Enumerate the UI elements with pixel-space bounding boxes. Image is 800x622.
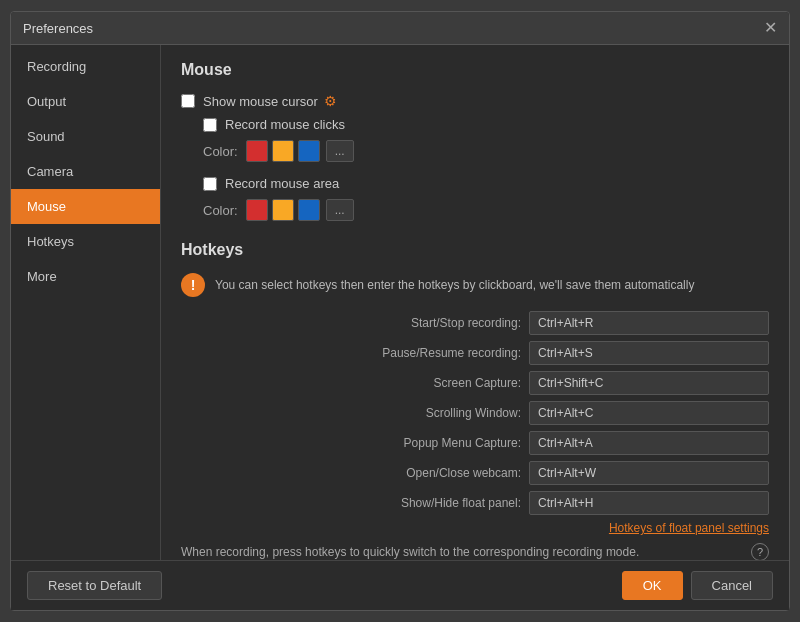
color-label-1: Color: [203, 144, 238, 159]
color-row-1: Color: ... [203, 140, 769, 162]
record-clicks-checkbox[interactable] [203, 118, 217, 132]
help-button[interactable]: ? [751, 543, 769, 560]
hotkey-row-4: Popup Menu Capture: [181, 431, 769, 455]
color-swatch-yellow-1[interactable] [272, 140, 294, 162]
record-clicks-label: Record mouse clicks [225, 117, 345, 132]
show-cursor-label: Show mouse cursor [203, 94, 318, 109]
record-area-row: Record mouse area [203, 176, 769, 191]
dialog-title: Preferences [23, 21, 93, 36]
ok-button[interactable]: OK [622, 571, 683, 600]
hotkey-label-2: Screen Capture: [361, 376, 521, 390]
hotkeys-section-title: Hotkeys [181, 241, 769, 259]
sidebar-item-sound[interactable]: Sound [11, 119, 160, 154]
hotkey-row-0: Start/Stop recording: [181, 311, 769, 335]
show-cursor-checkbox[interactable] [181, 94, 195, 108]
color-swatch-red-2[interactable] [246, 199, 268, 221]
preferences-dialog: Preferences ✕ Recording Output Sound Cam… [10, 11, 790, 611]
info-icon: ! [181, 273, 205, 297]
hotkey-label-5: Open/Close webcam: [361, 466, 521, 480]
reset-button[interactable]: Reset to Default [27, 571, 162, 600]
more-colors-button-1[interactable]: ... [326, 140, 354, 162]
hotkey-label-1: Pause/Resume recording: [361, 346, 521, 360]
cancel-button[interactable]: Cancel [691, 571, 773, 600]
hotkey-input-5[interactable] [529, 461, 769, 485]
color-swatch-yellow-2[interactable] [272, 199, 294, 221]
sidebar: Recording Output Sound Camera Mouse Hotk… [11, 45, 161, 560]
title-bar: Preferences ✕ [11, 12, 789, 45]
sidebar-item-camera[interactable]: Camera [11, 154, 160, 189]
info-banner: ! You can select hotkeys then enter the … [181, 273, 769, 297]
more-colors-button-2[interactable]: ... [326, 199, 354, 221]
record-area-label: Record mouse area [225, 176, 339, 191]
hotkey-input-4[interactable] [529, 431, 769, 455]
hotkey-input-3[interactable] [529, 401, 769, 425]
info-text: You can select hotkeys then enter the ho… [215, 278, 694, 292]
bottom-info: When recording, press hotkeys to quickly… [181, 543, 769, 560]
dialog-body: Recording Output Sound Camera Mouse Hotk… [11, 45, 789, 560]
sidebar-item-output[interactable]: Output [11, 84, 160, 119]
hotkey-label-0: Start/Stop recording: [361, 316, 521, 330]
record-clicks-row: Record mouse clicks [203, 117, 769, 132]
hotkey-input-6[interactable] [529, 491, 769, 515]
color-label-2: Color: [203, 203, 238, 218]
color-swatch-blue-1[interactable] [298, 140, 320, 162]
show-cursor-row: Show mouse cursor ⚙ [181, 93, 769, 109]
color-swatch-blue-2[interactable] [298, 199, 320, 221]
hotkey-input-0[interactable] [529, 311, 769, 335]
hotkey-row-2: Screen Capture: [181, 371, 769, 395]
footer: Reset to Default OK Cancel [11, 560, 789, 610]
float-panel-settings-link[interactable]: Hotkeys of float panel settings [181, 521, 769, 535]
hotkey-input-2[interactable] [529, 371, 769, 395]
gear-icon[interactable]: ⚙ [324, 93, 337, 109]
hotkey-label-6: Show/Hide float panel: [361, 496, 521, 510]
sidebar-item-recording[interactable]: Recording [11, 49, 160, 84]
hotkey-row-5: Open/Close webcam: [181, 461, 769, 485]
close-button[interactable]: ✕ [764, 20, 777, 36]
hotkey-label-4: Popup Menu Capture: [361, 436, 521, 450]
color-row-2: Color: ... [203, 199, 769, 221]
hotkey-row-3: Scrolling Window: [181, 401, 769, 425]
sidebar-item-mouse[interactable]: Mouse [11, 189, 160, 224]
hotkey-row-6: Show/Hide float panel: [181, 491, 769, 515]
record-area-checkbox[interactable] [203, 177, 217, 191]
footer-right-buttons: OK Cancel [622, 571, 773, 600]
hotkey-label-3: Scrolling Window: [361, 406, 521, 420]
hotkey-row-1: Pause/Resume recording: [181, 341, 769, 365]
color-swatch-red-1[interactable] [246, 140, 268, 162]
main-content: Mouse Show mouse cursor ⚙ Record mouse c… [161, 45, 789, 560]
sidebar-item-more[interactable]: More [11, 259, 160, 294]
hotkeys-section: Hotkeys ! You can select hotkeys then en… [181, 241, 769, 560]
mouse-section-title: Mouse [181, 61, 769, 79]
sidebar-item-hotkeys[interactable]: Hotkeys [11, 224, 160, 259]
bottom-info-text: When recording, press hotkeys to quickly… [181, 545, 639, 559]
hotkey-input-1[interactable] [529, 341, 769, 365]
